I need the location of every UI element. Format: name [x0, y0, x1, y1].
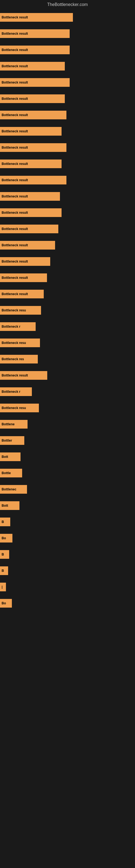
bar-row-35: |: [0, 579, 135, 595]
bar-label-2: Bottleneck result: [2, 48, 28, 52]
bar-label-8: Bottleneck result: [2, 146, 28, 150]
bar-row-25: Bottlene: [0, 416, 135, 432]
bar-label-31: B: [2, 520, 4, 524]
bar-26: Bottler: [0, 436, 24, 445]
bar-label-10: Bottleneck result: [2, 178, 28, 182]
bar-label-32: Bo: [2, 536, 6, 540]
bar-10: Bottleneck result: [0, 176, 66, 184]
bar-0: Bottleneck result: [0, 13, 73, 22]
bar-row-14: Bottleneck result: [0, 237, 135, 253]
bar-row-2: Bottleneck result: [0, 42, 135, 58]
bar-label-13: Bottleneck result: [2, 227, 28, 231]
bar-16: Bottleneck result: [0, 273, 47, 282]
bar-label-3: Bottleneck result: [2, 64, 28, 68]
bar-13: Bottleneck result: [0, 225, 58, 233]
bars-container: Bottleneck resultBottleneck resultBottle…: [0, 9, 135, 611]
bar-label-12: Bottleneck result: [2, 211, 28, 215]
bar-row-31: B: [0, 514, 135, 530]
bar-20: Bottleneck resu: [0, 339, 40, 347]
bar-label-0: Bottleneck result: [2, 16, 28, 19]
bar-row-24: Bottleneck resu: [0, 400, 135, 416]
bar-row-11: Bottleneck result: [0, 188, 135, 205]
bar-25: Bottlene: [0, 420, 28, 429]
bar-row-16: Bottleneck result: [0, 270, 135, 286]
bar-label-5: Bottleneck result: [2, 97, 28, 101]
bar-23: Bottleneck r: [0, 388, 32, 396]
bar-2: Bottleneck result: [0, 45, 70, 54]
bar-18: Bottleneck resu: [0, 306, 41, 315]
bar-row-15: Bottleneck result: [0, 253, 135, 270]
bar-1: Bottleneck result: [0, 29, 70, 38]
bar-row-30: Bott: [0, 497, 135, 514]
bar-31: B: [0, 518, 10, 526]
bar-label-29: Bottlenec: [2, 488, 16, 491]
bar-label-34: B: [2, 569, 4, 572]
bar-label-36: Bo: [2, 601, 6, 605]
bar-row-3: Bottleneck result: [0, 58, 135, 74]
bar-label-35: |: [2, 585, 2, 589]
bar-label-1: Bottleneck result: [2, 32, 28, 35]
bar-label-30: Bott: [2, 504, 8, 507]
bar-row-1: Bottleneck result: [0, 26, 135, 42]
bar-32: Bo: [0, 534, 12, 542]
bar-11: Bottleneck result: [0, 192, 60, 201]
bar-27: Bott: [0, 453, 20, 461]
bar-4: Bottleneck result: [0, 78, 70, 87]
bar-22: Bottleneck result: [0, 371, 47, 380]
bar-8: Bottleneck result: [0, 143, 66, 152]
bar-21: Bottleneck res: [0, 355, 38, 364]
bar-row-7: Bottleneck result: [0, 123, 135, 140]
bar-label-9: Bottleneck result: [2, 162, 28, 166]
bar-label-7: Bottleneck result: [2, 129, 28, 133]
bar-label-14: Bottleneck result: [2, 243, 28, 247]
bar-7: Bottleneck result: [0, 127, 61, 135]
bar-row-0: Bottleneck result: [0, 9, 135, 26]
bar-row-33: B: [0, 546, 135, 563]
bar-label-15: Bottleneck result: [2, 259, 28, 264]
bar-17: Bottleneck result: [0, 290, 44, 299]
bar-row-36: Bo: [0, 595, 135, 611]
bar-label-16: Bottleneck result: [2, 276, 28, 280]
bar-row-8: Bottleneck result: [0, 140, 135, 156]
bar-row-21: Bottleneck res: [0, 351, 135, 367]
bar-row-18: Bottleneck resu: [0, 302, 135, 318]
bar-row-19: Bottleneck r: [0, 318, 135, 335]
bar-row-28: Bottle: [0, 465, 135, 481]
bar-label-25: Bottlene: [2, 422, 14, 426]
bar-row-17: Bottleneck result: [0, 286, 135, 302]
bar-label-28: Bottle: [2, 471, 11, 475]
bar-label-21: Bottleneck res: [2, 357, 24, 361]
bar-label-4: Bottleneck result: [2, 81, 28, 84]
bar-row-9: Bottleneck result: [0, 156, 135, 172]
bar-34: B: [0, 566, 8, 575]
bar-label-6: Bottleneck result: [2, 113, 28, 117]
bar-row-6: Bottleneck result: [0, 107, 135, 123]
bar-row-12: Bottleneck result: [0, 205, 135, 221]
bar-30: Bott: [0, 501, 19, 510]
bar-row-13: Bottleneck result: [0, 221, 135, 237]
bar-9: Bottleneck result: [0, 159, 61, 168]
bar-19: Bottleneck r: [0, 322, 36, 331]
bar-row-32: Bo: [0, 530, 135, 546]
bar-label-26: Bottler: [2, 439, 12, 442]
bar-label-20: Bottleneck resu: [2, 341, 26, 345]
bar-12: Bottleneck result: [0, 208, 61, 217]
bar-28: Bottle: [0, 469, 22, 477]
bar-label-17: Bottleneck result: [2, 292, 28, 296]
bar-row-27: Bott: [0, 448, 135, 465]
bar-row-20: Bottleneck resu: [0, 335, 135, 351]
bar-label-24: Bottleneck resu: [2, 406, 26, 410]
bar-15: Bottleneck result: [0, 257, 50, 266]
bar-row-10: Bottleneck result: [0, 172, 135, 188]
bar-row-22: Bottleneck result: [0, 367, 135, 383]
bar-row-23: Bottleneck r: [0, 383, 135, 400]
bar-29: Bottlenec: [0, 485, 27, 494]
bar-label-19: Bottleneck r: [2, 325, 20, 329]
bar-label-27: Bott: [2, 455, 8, 459]
bar-row-26: Bottler: [0, 432, 135, 448]
bar-row-4: Bottleneck result: [0, 74, 135, 91]
bar-35: |: [0, 583, 6, 591]
bar-label-18: Bottleneck resu: [2, 308, 26, 312]
bar-36: Bo: [0, 599, 12, 608]
site-title: TheBottlenecker.com: [0, 0, 135, 9]
